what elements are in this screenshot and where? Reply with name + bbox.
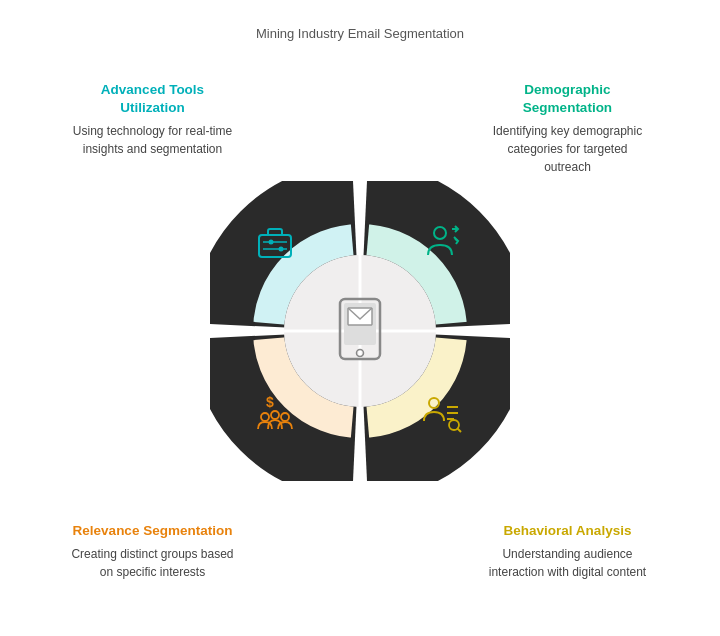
svg-line-27 <box>458 428 462 432</box>
svg-point-15 <box>434 227 446 239</box>
svg-point-22 <box>429 398 439 408</box>
svg-point-21 <box>281 413 289 421</box>
label-tl: Advanced Tools Utilization Using technol… <box>70 81 235 159</box>
svg-point-19 <box>261 413 269 421</box>
svg-text:$: $ <box>266 394 274 410</box>
behavioral-icon <box>415 386 465 436</box>
svg-point-12 <box>269 239 274 244</box>
label-tr: Demographic Segmentation Identifying key… <box>485 81 650 177</box>
tools-icon <box>250 216 300 266</box>
svg-point-14 <box>279 246 284 251</box>
page-title: Mining Industry Email Segmentation <box>256 26 464 41</box>
svg-point-20 <box>271 411 279 419</box>
diagram-container: Advanced Tools Utilization Using technol… <box>70 51 650 611</box>
svg-rect-10 <box>259 235 291 257</box>
demographic-icon <box>415 216 465 266</box>
label-br: Behavioral Analysis Understanding audien… <box>485 522 650 581</box>
relevance-icon: $ <box>250 386 300 436</box>
label-bl: Relevance Segmentation Creating distinct… <box>70 522 235 581</box>
